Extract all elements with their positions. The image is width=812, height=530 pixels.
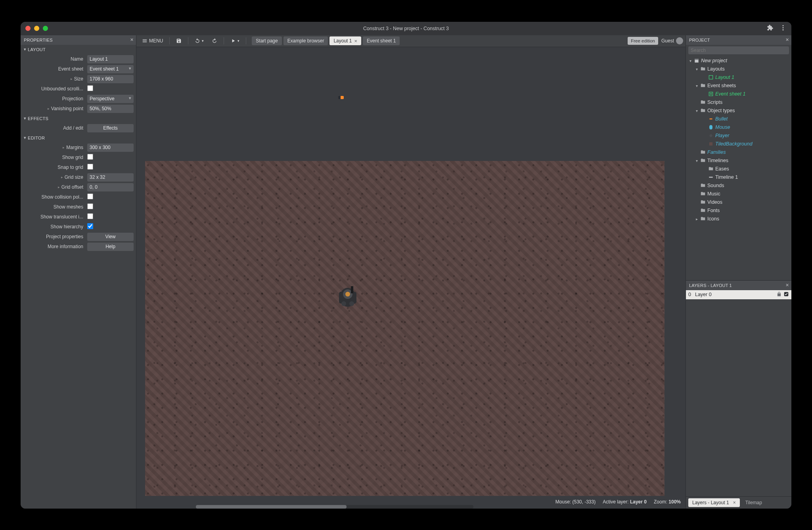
lock-icon[interactable]	[776, 291, 782, 298]
name-input[interactable]	[87, 55, 134, 63]
label-showhierarchy: Show hierarchy	[21, 224, 87, 230]
tree-obj-player[interactable]: Player	[686, 132, 791, 140]
tree-eventsheet-1[interactable]: Event sheet 1	[686, 90, 791, 98]
label-snapgrid: Snap to grid	[21, 165, 87, 170]
project-search-input[interactable]	[688, 46, 789, 54]
extension-icon[interactable]	[767, 24, 774, 33]
layer-row[interactable]: 0 Layer 0	[686, 290, 791, 299]
tree-obj-mouse[interactable]: Mouse	[686, 123, 791, 132]
tree-families[interactable]: Families	[686, 148, 791, 157]
unbounded-checkbox[interactable]	[87, 85, 93, 91]
close-icon[interactable]: ×	[786, 36, 789, 43]
layers-title: LAYERS - LAYOUT 1	[689, 283, 732, 288]
horizontal-scrollbar[interactable]	[196, 505, 473, 509]
right-panel: PROJECT × ▾New project ▾Layouts Layout 1…	[686, 35, 791, 509]
label-addedit: Add / edit	[21, 125, 87, 131]
group-editor[interactable]: ▾EDITOR	[21, 133, 136, 143]
bullet-sprite[interactable]	[338, 96, 344, 99]
layer-index: 0	[688, 292, 691, 297]
gridsize-input[interactable]	[87, 173, 134, 182]
group-layout[interactable]: ▾LAYOUT	[21, 45, 136, 54]
project-title: PROJECT	[689, 38, 710, 42]
label-size: ▸Size	[21, 76, 87, 82]
group-effects[interactable]: ▾EFFECTS	[21, 114, 136, 123]
tree-sounds[interactable]: Sounds	[686, 182, 791, 190]
showmeshes-checkbox[interactable]	[87, 203, 93, 209]
gridoffset-input[interactable]	[87, 183, 134, 191]
margins-input[interactable]	[87, 144, 134, 152]
properties-panel: PROPERTIES × ▾LAYOUT Name Event sheetEve…	[21, 35, 136, 509]
player-sprite[interactable]	[337, 282, 359, 310]
titlebar: Construct 3 - New project - Construct 3	[21, 22, 791, 35]
more-icon[interactable]	[779, 24, 787, 33]
tree-eventsheets[interactable]: ▾Event sheets	[686, 82, 791, 90]
svg-point-0	[783, 25, 784, 26]
size-input[interactable]	[87, 75, 134, 83]
tree-timelines[interactable]: ▾Timelines	[686, 157, 791, 165]
play-button[interactable]: ▾	[227, 36, 243, 45]
tab-example-browser[interactable]: Example browser	[283, 36, 328, 45]
tree-scripts[interactable]: Scripts	[686, 98, 791, 107]
tree-obj-tiledbg[interactable]: TiledBackground	[686, 140, 791, 148]
label-gridoffset: Grid offset	[61, 184, 83, 190]
layer-name: Layer 0	[695, 292, 712, 297]
tab-tilemap[interactable]: Tilemap	[741, 498, 766, 507]
tree-fonts[interactable]: Fonts	[686, 207, 791, 215]
close-icon[interactable]: ×	[786, 282, 789, 288]
tree-layouts[interactable]: ▾Layouts	[686, 65, 791, 73]
close-window-button[interactable]	[25, 26, 31, 31]
center-area: MENU ▾ ▾ Start page Example browser Layo…	[136, 35, 686, 509]
label-projection: Projection	[21, 96, 87, 101]
layout-canvas[interactable]: Mouse: (530, -333) Active layer: Layer 0…	[136, 47, 686, 509]
tiled-background[interactable]	[145, 161, 665, 496]
showtranslucent-checkbox[interactable]	[87, 213, 93, 219]
projection-select[interactable]: Perspective	[87, 95, 134, 103]
label-showgrid: Show grid	[21, 155, 87, 160]
free-edition-badge[interactable]: Free edition	[628, 37, 658, 45]
tree-objecttypes[interactable]: ▾Object types	[686, 107, 791, 115]
minimize-window-button[interactable]	[34, 26, 39, 31]
layers-panel: LAYERS - LAYOUT 1 × 0 Layer 0 Layers - L…	[686, 280, 791, 509]
tree-layout-1[interactable]: Layout 1	[686, 73, 791, 82]
tree-timeline-1[interactable]: Timeline 1	[686, 173, 791, 182]
svg-point-8	[341, 301, 346, 306]
showgrid-checkbox[interactable]	[87, 154, 93, 160]
close-icon[interactable]: ×	[130, 36, 134, 43]
svg-rect-11	[709, 75, 712, 79]
tree-eases[interactable]: Eases	[686, 165, 791, 173]
tab-layers[interactable]: Layers - Layout 1×	[688, 498, 740, 507]
tree-videos[interactable]: Videos	[686, 198, 791, 207]
svg-point-5	[345, 292, 350, 297]
view-button[interactable]: View	[87, 233, 134, 241]
maximize-window-button[interactable]	[43, 26, 48, 31]
close-tab-icon[interactable]: ×	[354, 38, 357, 44]
tab-start-page[interactable]: Start page	[252, 36, 282, 45]
showcollision-checkbox[interactable]	[87, 193, 93, 199]
main-toolbar: MENU ▾ ▾ Start page Example browser Layo…	[136, 35, 686, 47]
visibility-checkbox[interactable]	[783, 291, 789, 298]
undo-button[interactable]: ▾	[192, 36, 207, 45]
tab-event-sheet-1[interactable]: Event sheet 1	[363, 36, 400, 45]
help-button[interactable]: Help	[87, 243, 134, 251]
label-unbounded: Unbounded scrolli...	[21, 86, 87, 92]
label-showmeshes: Show meshes	[21, 204, 87, 210]
vanishing-input[interactable]	[87, 105, 134, 113]
tree-project-root[interactable]: ▾New project	[686, 57, 791, 65]
showhierarchy-checkbox[interactable]	[87, 223, 93, 229]
menu-button[interactable]: MENU	[139, 36, 166, 45]
effects-button[interactable]: Effects	[87, 124, 134, 132]
tab-layout-1[interactable]: Layout 1×	[329, 36, 361, 45]
tree-icons[interactable]: ▸Icons	[686, 215, 791, 223]
layers-panel-header: LAYERS - LAYOUT 1 ×	[686, 281, 791, 290]
close-icon[interactable]: ×	[733, 500, 736, 505]
tree-obj-bullet[interactable]: Bullet	[686, 115, 791, 123]
redo-button[interactable]	[209, 36, 220, 45]
svg-rect-10	[351, 286, 353, 293]
tree-music[interactable]: Music	[686, 190, 791, 198]
account-button[interactable]: Guest	[661, 37, 683, 44]
save-button[interactable]	[173, 36, 185, 45]
label-margins: Margins	[66, 145, 83, 150]
svg-point-2	[783, 29, 784, 30]
snapgrid-checkbox[interactable]	[87, 164, 93, 170]
eventsheet-select[interactable]: Event sheet 1	[87, 65, 134, 73]
